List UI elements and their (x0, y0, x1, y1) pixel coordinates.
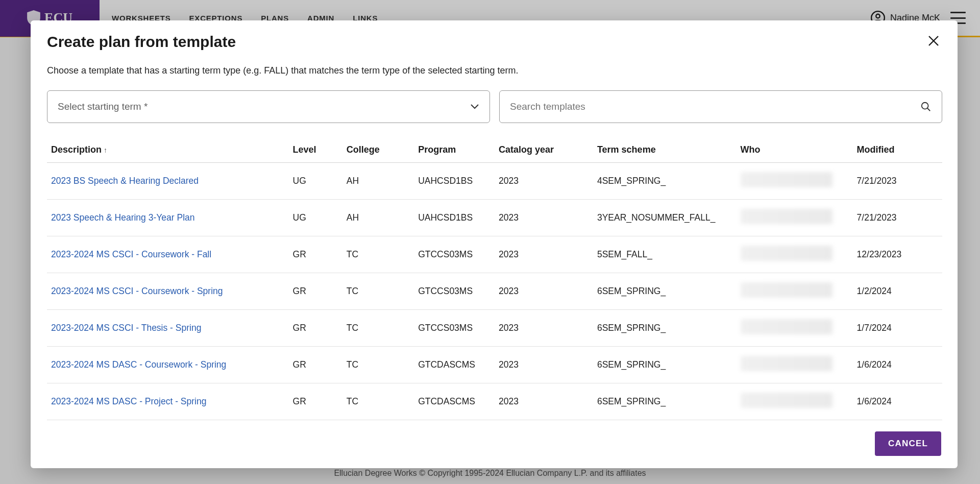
cell-level: GR (289, 347, 342, 383)
table-row: 2023 BS Speech & Hearing DeclaredUGAHUAH… (47, 163, 942, 200)
template-link[interactable]: 2023-2024 MS DASC - Project - Spring (51, 396, 206, 406)
cell-description: 2023-2024 MS CSCI - Coursework - Fall (47, 236, 289, 273)
starting-term-label: Select starting term * (58, 101, 148, 112)
cell-who (737, 163, 853, 200)
cell-college: AH (342, 163, 414, 200)
cell-catalog: 2023 (495, 273, 593, 310)
cell-modified: 7/21/2023 (853, 200, 942, 236)
cell-modified: 1/6/2024 (853, 347, 942, 383)
cell-catalog: 2023 (495, 420, 593, 423)
cell-term: 6SEM_SPRING_ (593, 273, 737, 310)
cell-catalog: 2023 (495, 236, 593, 273)
cell-catalog: 2023 (495, 347, 593, 383)
cell-modified: 1/6/2024 (853, 383, 942, 420)
table-row: 2023-2024 MS CSCI - Coursework - FallGRT… (47, 236, 942, 273)
starting-term-select[interactable]: Select starting term * (47, 90, 490, 123)
cell-modified: 12/8/2023 (853, 420, 942, 423)
cell-term: 6SEM_SPRING_ (593, 347, 737, 383)
cell-program: GTCCS03MS (414, 236, 495, 273)
modal-scroll[interactable]: Choose a template that has a starting te… (47, 57, 949, 422)
cell-level: GR (289, 273, 342, 310)
cell-description: 2023-2024 MS CSCI - Thesis - Spring (47, 310, 289, 347)
cell-term: 4SEM_SPRING_ (593, 163, 737, 200)
search-icon (920, 101, 932, 112)
cell-modified: 1/7/2024 (853, 310, 942, 347)
col-college[interactable]: College (342, 137, 414, 163)
cell-level: GR (289, 310, 342, 347)
cell-who (737, 347, 853, 383)
cell-term: 3YEAR_NOSUMMER_FALL_ (593, 200, 737, 236)
template-link[interactable]: 2023-2024 MS CSCI - Thesis - Spring (51, 323, 201, 333)
close-icon (928, 35, 939, 46)
cell-program: GTCCS03MS (414, 273, 495, 310)
cell-program: GTCDASCMS (414, 420, 495, 423)
cell-description: 2023 Speech & Hearing 3-Year Plan (47, 200, 289, 236)
cell-who (737, 273, 853, 310)
table-row: 2023-2024 MS CSCI - Thesis - SpringGRTCG… (47, 310, 942, 347)
cell-term: 6SEM_SPRING_ (593, 383, 737, 420)
cell-description: 2023-2024 MS DASC - Thesis - Spring (47, 420, 289, 423)
cell-college: TC (342, 273, 414, 310)
col-program[interactable]: Program (414, 137, 495, 163)
cell-who (737, 236, 853, 273)
cell-college: TC (342, 383, 414, 420)
cell-catalog: 2023 (495, 200, 593, 236)
col-level[interactable]: Level (289, 137, 342, 163)
search-input[interactable] (510, 101, 920, 112)
cell-college: AH (342, 200, 414, 236)
cell-level: GR (289, 383, 342, 420)
cell-catalog: 2023 (495, 310, 593, 347)
col-catalog-year[interactable]: Catalog year (495, 137, 593, 163)
cell-program: GTCDASCMS (414, 383, 495, 420)
cell-who (737, 310, 853, 347)
cell-term: 6SEM_SPRING_ (593, 310, 737, 347)
cell-modified: 7/21/2023 (853, 163, 942, 200)
cell-level: GR (289, 236, 342, 273)
cell-catalog: 2023 (495, 383, 593, 420)
table-row: 2023-2024 MS DASC - Coursework - SpringG… (47, 347, 942, 383)
template-link[interactable]: 2023-2024 MS DASC - Coursework - Spring (51, 359, 226, 370)
cell-catalog: 2023 (495, 163, 593, 200)
cell-modified: 1/2/2024 (853, 273, 942, 310)
cell-modified: 12/23/2023 (853, 236, 942, 273)
sort-asc-icon: ↑ (104, 146, 107, 154)
cell-description: 2023-2024 MS DASC - Project - Spring (47, 383, 289, 420)
cell-program: UAHCSD1BS (414, 200, 495, 236)
col-description[interactable]: Description↑ (47, 137, 289, 163)
close-button[interactable] (926, 33, 941, 51)
cell-who (737, 383, 853, 420)
template-link[interactable]: 2023 BS Speech & Hearing Declared (51, 176, 199, 186)
cell-college: TC (342, 347, 414, 383)
chevron-down-icon (470, 104, 479, 110)
col-modified[interactable]: Modified (853, 137, 942, 163)
cell-term: 6SEM_SPRING_ (593, 420, 737, 423)
cancel-button[interactable]: CANCEL (875, 431, 941, 456)
cell-level: UG (289, 200, 342, 236)
modal-title: Create plan from template (47, 33, 236, 51)
col-who[interactable]: Who (737, 137, 853, 163)
table-row: 2023-2024 MS CSCI - Coursework - SpringG… (47, 273, 942, 310)
cell-college: TC (342, 310, 414, 347)
table-row: 2023-2024 MS DASC - Project - SpringGRTC… (47, 383, 942, 420)
col-term-scheme[interactable]: Term scheme (593, 137, 737, 163)
template-link[interactable]: 2023-2024 MS CSCI - Coursework - Fall (51, 249, 211, 259)
create-plan-modal: Create plan from template Choose a templ… (31, 20, 958, 468)
cell-term: 5SEM_FALL_ (593, 236, 737, 273)
template-link[interactable]: 2023 Speech & Hearing 3-Year Plan (51, 212, 195, 223)
templates-table: Description↑ Level College Program Catal… (47, 137, 942, 422)
cell-level: UG (289, 163, 342, 200)
cell-who (737, 420, 853, 423)
cell-program: UAHCSD1BS (414, 163, 495, 200)
cell-program: GTCDASCMS (414, 347, 495, 383)
cell-program: GTCCS03MS (414, 310, 495, 347)
cell-college: TC (342, 420, 414, 423)
search-templates-field[interactable] (499, 90, 942, 123)
cell-college: TC (342, 236, 414, 273)
table-row: 2023-2024 MS DASC - Thesis - SpringGRTCG… (47, 420, 942, 423)
svg-point-2 (922, 103, 928, 109)
modal-intro: Choose a template that has a starting te… (47, 65, 942, 76)
cell-description: 2023 BS Speech & Hearing Declared (47, 163, 289, 200)
cell-description: 2023-2024 MS CSCI - Coursework - Spring (47, 273, 289, 310)
template-link[interactable]: 2023-2024 MS CSCI - Coursework - Spring (51, 286, 223, 296)
cell-who (737, 200, 853, 236)
